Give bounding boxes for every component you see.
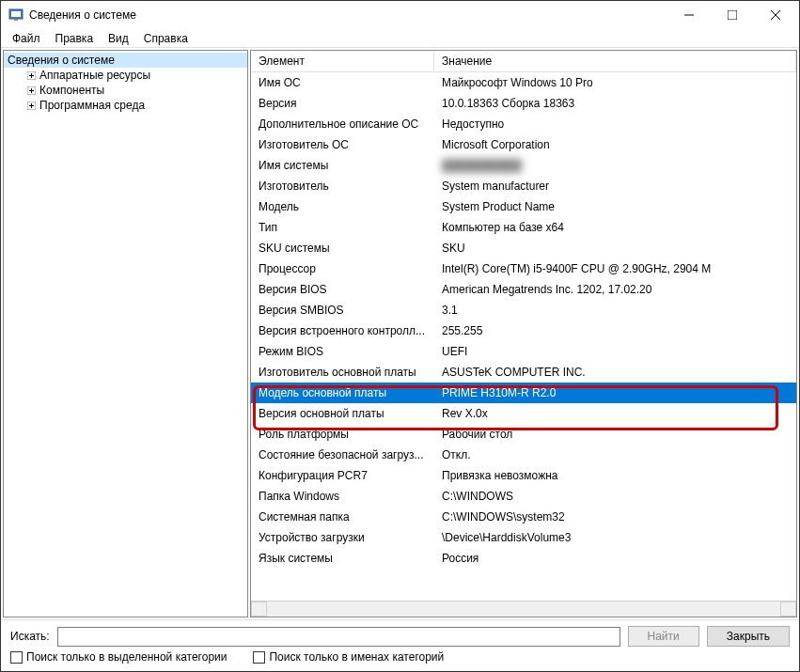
table-row[interactable]: Имя системы██████████ [251,155,796,176]
table-row[interactable]: Язык системыРоссия [251,548,796,569]
menu-view[interactable]: Вид [101,30,136,47]
cell-element: Изготовитель [251,178,434,195]
cell-value: UEFI [434,343,796,360]
cell-value: Откл. [434,446,796,463]
cell-element: Папка Windows [251,488,434,505]
table-row[interactable]: Конфигурация PCR7Привязка невозможна [251,465,796,486]
horizontal-scrollbar[interactable] [251,601,796,617]
table-row[interactable]: Версия BIOSAmerican Megatrends Inc. 1202… [251,279,796,300]
menu-help[interactable]: Справка [136,30,196,47]
check-label: Поиск только в именах категорий [269,650,444,664]
cell-value: American Megatrends Inc. 1202, 17.02.20 [434,281,796,298]
table-row[interactable]: SKU системыSKU [251,238,796,258]
svg-rect-1 [11,11,21,17]
cell-element: Версия [251,95,434,112]
column-value[interactable]: Значение [434,51,796,71]
table-row[interactable]: Состояние безопасной загруз...Откл. [251,445,796,465]
table-row[interactable]: Имя ОСМайкрософт Windows 10 Pro [251,72,796,93]
table-header: Элемент Значение [251,51,796,72]
system-info-window: Сведения о системе Файл Правка Вид Справ… [0,0,800,672]
cell-value: 10.0.18363 Сборка 18363 [434,95,796,112]
cell-element: Модель основной платы [251,384,434,401]
cell-element: Тип [251,219,434,236]
table-row[interactable]: Папка WindowsC:\WINDOWS [251,486,796,507]
cell-value: Microsoft Corporation [434,136,796,153]
cell-value: PRIME H310M-R R2.0 [434,384,796,401]
tree-item-label: Компоненты [39,84,104,97]
table-row[interactable]: Версия основной платыRev X.0x [251,403,796,424]
table-row[interactable]: Изготовитель основной платыASUSTeK COMPU… [251,362,796,383]
cell-value: Intel(R) Core(TM) i5-9400F CPU @ 2.90GHz… [434,260,796,277]
cell-value: ██████████ [434,157,796,174]
cell-value: System manufacturer [434,178,796,195]
expand-icon[interactable] [24,69,38,82]
cell-value: Майкрософт Windows 10 Pro [434,74,796,91]
svg-rect-4 [728,10,737,20]
expand-icon[interactable] [24,99,38,112]
category-tree[interactable]: Сведения о системе Аппаратные ресурсы Ко… [3,50,248,617]
table-row[interactable]: ТипКомпьютер на базе x64 [251,217,796,238]
table-row[interactable]: Режим BIOSUEFI [251,341,796,362]
table-row[interactable]: ПроцессорIntel(R) Core(TM) i5-9400F CPU … [251,258,796,279]
column-element[interactable]: Элемент [251,51,434,71]
tree-item-software[interactable]: Программная среда [4,98,247,113]
check-selected-category[interactable]: Поиск только в выделенной категории [10,650,227,664]
check-category-names[interactable]: Поиск только в именах категорий [253,650,444,664]
tree-root[interactable]: Сведения о системе [4,53,247,68]
cell-value: Привязка невозможна [434,467,796,484]
close-button[interactable] [754,1,797,29]
cell-element: Роль платформы [251,426,434,443]
check-label: Поиск только в выделенной категории [26,650,227,664]
cell-element: Дополнительное описание ОС [251,116,434,133]
table-row[interactable]: Дополнительное описание ОСНедоступно [251,114,796,134]
find-button[interactable]: Найти [628,626,699,647]
table-row[interactable]: Системная папкаC:\WINDOWS\system32 [251,507,796,527]
cell-element: Конфигурация PCR7 [251,467,434,484]
window-title: Сведения о системе [29,8,667,22]
cell-value: Россия [434,550,796,567]
cell-element: Язык системы [251,550,434,567]
cell-value: ASUSTeK COMPUTER INC. [434,364,796,381]
app-icon [8,8,24,23]
cell-value: 3.1 [434,302,796,319]
titlebar: Сведения о системе [1,1,799,29]
menu-edit[interactable]: Правка [48,30,102,47]
table-row[interactable]: Версия SMBIOS3.1 [251,300,796,320]
tree-root-label: Сведения о системе [8,54,115,67]
cell-value: \Device\HarddiskVolume3 [434,529,796,546]
close-search-button[interactable]: Закрыть [707,626,790,647]
tree-item-label: Программная среда [39,99,145,112]
cell-element: Имя системы [251,157,434,174]
minimize-button[interactable] [667,1,711,29]
tree-item-hardware[interactable]: Аппаратные ресурсы [4,68,247,83]
cell-element: Имя ОС [251,74,434,91]
tree-item-components[interactable]: Компоненты [4,83,247,98]
table-row[interactable]: МодельSystem Product Name [251,196,796,217]
cell-value: Недоступно [434,116,796,133]
details-panel: Элемент Значение Имя ОСМайкрософт Window… [250,50,797,617]
cell-element: Системная папка [251,508,434,525]
search-input[interactable] [57,627,620,647]
search-label: Искать: [10,630,50,643]
cell-element: Версия BIOS [251,281,434,298]
table-row[interactable]: Изготовитель ОСMicrosoft Corporation [251,134,796,155]
svg-rect-2 [14,19,18,21]
expand-icon[interactable] [24,84,38,97]
cell-element: Версия встроенного контролл... [251,322,434,339]
table-row[interactable]: ИзготовительSystem manufacturer [251,176,796,196]
checkbox-icon [10,651,23,664]
cell-value: System Product Name [434,198,796,215]
table-row[interactable]: Версия встроенного контролл...255.255 [251,320,796,341]
cell-element: Изготовитель основной платы [251,364,434,381]
tree-item-label: Аппаратные ресурсы [39,69,150,82]
menu-file[interactable]: Файл [5,30,48,47]
table-row[interactable]: Модель основной платыPRIME H310M-R R2.0 [251,383,796,403]
cell-value: Компьютер на базе x64 [434,219,796,236]
cell-element: Режим BIOS [251,343,434,360]
table-row[interactable]: Роль платформыРабочий стол [251,424,796,445]
table-row[interactable]: Версия10.0.18363 Сборка 18363 [251,93,796,114]
cell-element: Версия основной платы [251,405,434,422]
table-body[interactable]: Имя ОСМайкрософт Windows 10 ProВерсия10.… [251,72,796,600]
maximize-button[interactable] [711,1,754,29]
table-row[interactable]: Устройство загрузки\Device\HarddiskVolum… [251,527,796,548]
